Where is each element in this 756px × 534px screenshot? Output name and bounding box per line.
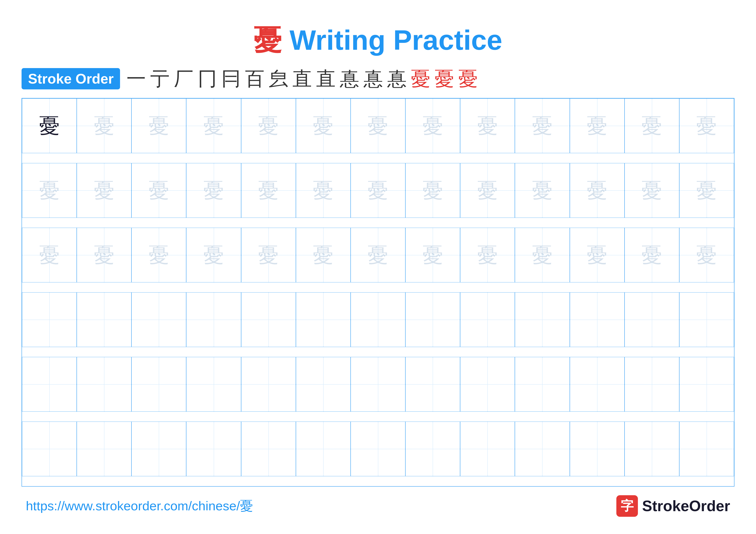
grid-cell[interactable]: 憂	[241, 228, 296, 282]
practice-character: 憂	[532, 116, 553, 136]
grid-cell[interactable]	[625, 421, 679, 476]
grid-cell[interactable]	[77, 357, 131, 412]
grid-cell[interactable]: 憂	[77, 98, 131, 153]
practice-character: 憂	[368, 180, 388, 201]
grid-cell[interactable]: 憂	[405, 228, 460, 282]
stroke-3: 厂	[174, 69, 193, 89]
grid-cell[interactable]	[679, 292, 734, 347]
stroke-5: 冃	[221, 69, 241, 89]
grid-cell[interactable]	[131, 357, 186, 412]
grid-cell[interactable]: 憂	[515, 163, 570, 218]
grid-cell[interactable]	[77, 292, 131, 347]
grid-cell[interactable]	[515, 357, 570, 412]
grid-cell[interactable]: 憂	[625, 163, 679, 218]
grid-cell[interactable]	[22, 357, 77, 412]
grid-cell[interactable]	[625, 292, 679, 347]
grid-cell[interactable]: 憂	[77, 228, 131, 282]
grid-cell[interactable]	[186, 292, 241, 347]
grid-cell[interactable]	[77, 421, 131, 476]
practice-character: 憂	[641, 116, 662, 136]
grid-cell[interactable]	[351, 292, 405, 347]
grid-cell[interactable]: 憂	[570, 163, 625, 218]
grid-cell[interactable]	[296, 421, 351, 476]
grid-cell[interactable]: 憂	[679, 228, 734, 282]
grid-cell[interactable]	[296, 357, 351, 412]
grid-cell[interactable]: 憂	[77, 163, 131, 218]
stroke-order-badge: Stroke Order	[21, 68, 120, 89]
practice-character: 憂	[258, 116, 279, 136]
grid-cell[interactable]: 憂	[405, 98, 460, 153]
stroke-1: 一	[126, 69, 146, 89]
practice-character: 憂	[587, 116, 607, 136]
practice-character: 憂	[39, 116, 60, 136]
grid-cell[interactable]: 憂	[22, 98, 77, 153]
grid-cell[interactable]	[241, 357, 296, 412]
grid-cell[interactable]: 憂	[460, 98, 515, 153]
grid-cell[interactable]: 憂	[131, 98, 186, 153]
grid-cell[interactable]: 憂	[351, 228, 405, 282]
stroke-8: 直	[292, 69, 312, 89]
grid-cell[interactable]: 憂	[296, 98, 351, 153]
grid-cell[interactable]	[241, 292, 296, 347]
grid-cell[interactable]	[460, 357, 515, 412]
practice-character: 憂	[203, 245, 224, 266]
grid-cell[interactable]	[22, 292, 77, 347]
grid-cell[interactable]	[186, 421, 241, 476]
grid-cell[interactable]	[625, 357, 679, 412]
grid-cell[interactable]: 憂	[296, 228, 351, 282]
grid-cell[interactable]: 憂	[570, 228, 625, 282]
grid-cell[interactable]: 憂	[22, 228, 77, 282]
grid-cell[interactable]	[405, 357, 460, 412]
grid-cell[interactable]	[351, 421, 405, 476]
practice-character: 憂	[532, 180, 553, 201]
practice-character: 憂	[149, 245, 169, 266]
practice-character: 憂	[39, 180, 60, 201]
grid-cell[interactable]: 憂	[22, 163, 77, 218]
grid-cell[interactable]: 憂	[679, 98, 734, 153]
grid-cell[interactable]	[570, 421, 625, 476]
grid-cell[interactable]: 憂	[515, 98, 570, 153]
grid-cell[interactable]	[460, 421, 515, 476]
grid-cell[interactable]	[186, 357, 241, 412]
practice-character: 憂	[696, 180, 717, 201]
grid-cell[interactable]: 憂	[186, 228, 241, 282]
grid-cell[interactable]: 憂	[296, 163, 351, 218]
grid-cell[interactable]: 憂	[460, 163, 515, 218]
grid-cell[interactable]	[405, 292, 460, 347]
grid-cell[interactable]	[296, 292, 351, 347]
grid-cell[interactable]: 憂	[131, 163, 186, 218]
grid-cell[interactable]: 憂	[241, 98, 296, 153]
stroke-14: 憂	[435, 69, 454, 89]
grid-cell[interactable]: 憂	[625, 98, 679, 153]
grid-cell[interactable]	[131, 421, 186, 476]
grid-cell[interactable]	[570, 357, 625, 412]
grid-cell[interactable]	[515, 292, 570, 347]
footer-url[interactable]: https://www.strokeorder.com/chinese/憂	[26, 497, 253, 515]
grid-cell[interactable]: 憂	[625, 228, 679, 282]
grid-cell[interactable]: 憂	[131, 228, 186, 282]
grid-cell[interactable]	[570, 292, 625, 347]
title-label: Writing Practice	[289, 24, 502, 56]
grid-cell[interactable]	[515, 421, 570, 476]
grid-cell[interactable]: 憂	[460, 228, 515, 282]
grid-cell[interactable]	[679, 421, 734, 476]
practice-character: 憂	[368, 245, 388, 266]
practice-character: 憂	[39, 245, 60, 266]
grid-cell[interactable]	[241, 421, 296, 476]
grid-cell[interactable]: 憂	[351, 98, 405, 153]
stroke-4: 冂	[198, 69, 217, 89]
grid-cell[interactable]	[22, 421, 77, 476]
grid-cell[interactable]	[131, 292, 186, 347]
grid-cell[interactable]	[351, 357, 405, 412]
grid-cell[interactable]: 憂	[515, 228, 570, 282]
grid-cell[interactable]: 憂	[679, 163, 734, 218]
grid-cell[interactable]: 憂	[405, 163, 460, 218]
grid-cell[interactable]: 憂	[241, 163, 296, 218]
grid-cell[interactable]: 憂	[186, 163, 241, 218]
grid-cell[interactable]	[679, 357, 734, 412]
grid-cell[interactable]	[460, 292, 515, 347]
grid-cell[interactable]: 憂	[570, 98, 625, 153]
grid-cell[interactable]: 憂	[186, 98, 241, 153]
grid-cell[interactable]	[405, 421, 460, 476]
grid-cell[interactable]: 憂	[351, 163, 405, 218]
